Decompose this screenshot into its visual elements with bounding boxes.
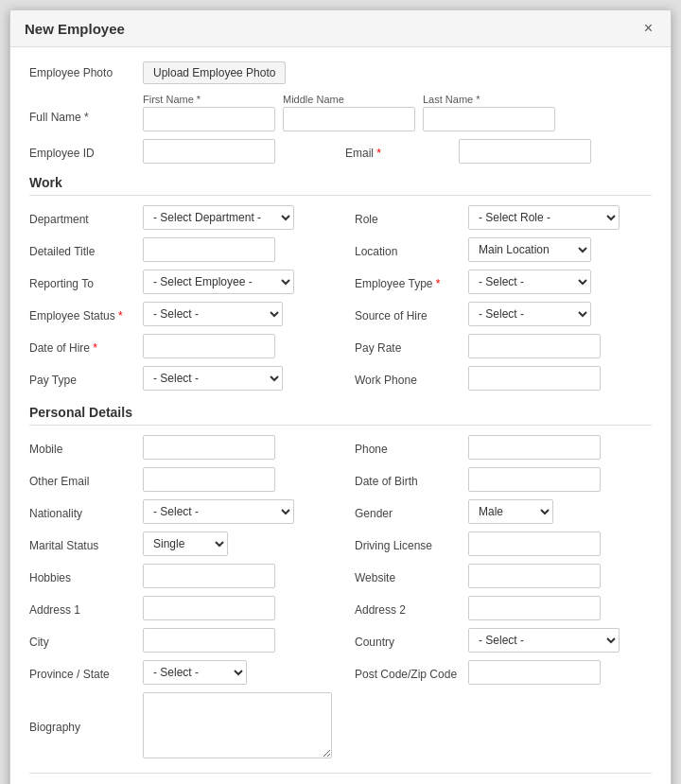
status-source-row: Employee Status * - Select - Active Inac… (29, 302, 652, 326)
mobile-input[interactable] (143, 435, 275, 460)
phone-col: Phone (355, 435, 652, 460)
email-input[interactable] (459, 139, 591, 164)
dialog-title: New Employee (25, 21, 125, 37)
work-phone-input[interactable] (468, 366, 601, 391)
mobile-label: Mobile (29, 440, 143, 456)
title-location-row: Detailed Title Location Main Location Br… (29, 237, 652, 262)
nationality-label: Nationality (29, 504, 143, 520)
middle-name-input[interactable] (283, 107, 415, 131)
upload-photo-button[interactable]: Upload Employee Photo (143, 61, 286, 84)
notification-row: Notification Send the employee an welcom… (29, 773, 652, 784)
employee-type-select[interactable]: - Select - Full Time Part Time Contract (468, 270, 591, 294)
post-code-input[interactable] (468, 660, 601, 685)
pay-type-select[interactable]: - Select - Hourly Salary (143, 366, 283, 391)
pay-rate-input[interactable] (468, 334, 601, 358)
country-select[interactable]: - Select - USA UK Canada (468, 628, 620, 653)
email-col: Email * (345, 139, 652, 164)
role-col: Role - Select Role - Manager Developer A… (355, 205, 652, 230)
hobbies-col: Hobbies (29, 564, 326, 588)
employee-type-label: Employee Type * (355, 274, 468, 290)
city-label: City (29, 633, 143, 649)
source-of-hire-label: Source of Hire (355, 306, 468, 322)
website-col: Website (355, 564, 652, 588)
email-label: Email * (345, 144, 459, 160)
driving-license-label: Driving License (355, 536, 468, 552)
province-col: Province / State - Select - California T… (29, 660, 326, 685)
pay-rate-col: Pay Rate (355, 334, 652, 358)
first-name-field: First Name * (143, 94, 275, 131)
department-col: Department - Select Department - HR IT F… (29, 205, 326, 230)
pay-rate-label: Pay Rate (355, 339, 468, 355)
id-email-row: Employee ID Email * (29, 139, 652, 164)
province-select[interactable]: - Select - California Texas New York (143, 660, 247, 685)
first-name-input[interactable] (143, 107, 275, 131)
close-button[interactable]: × (640, 20, 656, 37)
pay-type-col: Pay Type - Select - Hourly Salary (29, 366, 326, 391)
full-name-fields: First Name * Middle Name Last Name * (143, 94, 555, 131)
last-name-input[interactable] (423, 107, 555, 131)
hobbies-label: Hobbies (29, 568, 143, 584)
employee-type-col: Employee Type * - Select - Full Time Par… (355, 270, 652, 294)
city-country-row: City Country - Select - USA UK Canada (29, 628, 652, 653)
date-of-hire-input[interactable] (143, 334, 275, 358)
employee-status-select[interactable]: - Select - Active Inactive (143, 302, 283, 326)
work-section: Work Department - Select Department - HR… (29, 175, 652, 391)
marital-status-label: Marital Status (29, 536, 143, 552)
gender-label: Gender (355, 504, 468, 520)
last-name-label: Last Name * (423, 94, 555, 105)
reporting-to-label: Reporting To (29, 274, 143, 290)
employee-id-input[interactable] (143, 139, 275, 164)
reporting-to-select[interactable]: - Select Employee - John Doe Jane Smith (143, 270, 294, 294)
city-input[interactable] (143, 628, 275, 653)
middle-name-field: Middle Name (283, 94, 415, 131)
department-label: Department (29, 210, 143, 226)
hire-payrate-row: Date of Hire * Pay Rate (29, 334, 652, 358)
driving-license-input[interactable] (468, 531, 601, 556)
country-label: Country (355, 633, 468, 649)
location-select[interactable]: Main Location Branch 1 Branch 2 (468, 237, 591, 262)
work-phone-label: Work Phone (355, 371, 468, 387)
address1-input[interactable] (143, 596, 275, 620)
source-of-hire-select[interactable]: - Select - Job Board Referral Direct (468, 302, 591, 326)
personal-section: Personal Details Mobile Phone Other Emai… (29, 405, 652, 758)
biography-row: Biography (29, 692, 652, 758)
province-label: Province / State (29, 665, 143, 681)
source-of-hire-col: Source of Hire - Select - Job Board Refe… (355, 302, 652, 326)
employee-status-label: Employee Status * (29, 306, 143, 322)
detailed-title-input[interactable] (143, 237, 275, 262)
hobbies-input[interactable] (143, 564, 275, 588)
other-email-input[interactable] (143, 467, 275, 492)
work-phone-col: Work Phone (355, 366, 652, 391)
dob-label: Date of Birth (355, 472, 468, 488)
dept-role-row: Department - Select Department - HR IT F… (29, 205, 652, 230)
address2-input[interactable] (468, 596, 601, 620)
role-label: Role (355, 210, 468, 226)
first-name-label: First Name * (143, 94, 275, 105)
address2-label: Address 2 (355, 601, 468, 617)
nationality-gender-row: Nationality - Select - American British … (29, 499, 652, 524)
department-select[interactable]: - Select Department - HR IT Finance (143, 205, 294, 230)
marital-status-select[interactable]: Single Married Divorced (143, 531, 228, 556)
nationality-col: Nationality - Select - American British … (29, 499, 326, 524)
phone-input[interactable] (468, 435, 601, 460)
personal-section-title: Personal Details (29, 405, 652, 426)
address1-col: Address 1 (29, 596, 326, 620)
dob-input[interactable] (468, 467, 601, 492)
last-name-field: Last Name * (423, 94, 555, 131)
nationality-select[interactable]: - Select - American British Other (143, 499, 294, 524)
other-email-dob-row: Other Email Date of Birth (29, 467, 652, 492)
address-row: Address 1 Address 2 (29, 596, 652, 620)
role-select[interactable]: - Select Role - Manager Developer Analys… (468, 205, 620, 230)
employee-status-col: Employee Status * - Select - Active Inac… (29, 302, 326, 326)
website-input[interactable] (468, 564, 601, 588)
biography-textarea[interactable] (143, 692, 332, 758)
province-postcode-row: Province / State - Select - California T… (29, 660, 652, 685)
reporting-emptype-row: Reporting To - Select Employee - John Do… (29, 270, 652, 294)
marital-status-col: Marital Status Single Married Divorced (29, 531, 326, 556)
employee-photo-row: Employee Photo Upload Employee Photo (29, 61, 652, 84)
date-of-hire-col: Date of Hire * (29, 334, 326, 358)
gender-select[interactable]: Male Female Other (468, 499, 553, 524)
phone-label: Phone (355, 440, 468, 456)
employee-id-label: Employee ID (29, 144, 143, 160)
dialog-body: Employee Photo Upload Employee Photo Ful… (10, 47, 671, 784)
